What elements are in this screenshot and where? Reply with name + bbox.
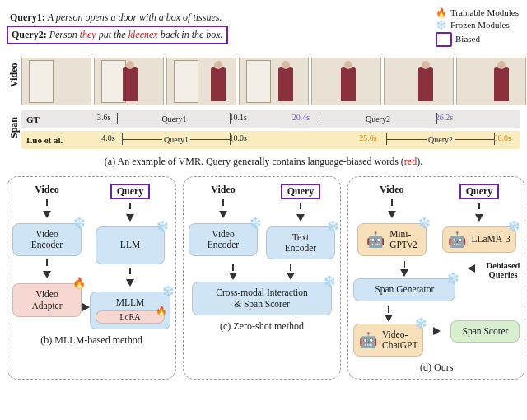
bias-chip-icon <box>436 32 452 47</box>
snow-icon: ❄️ <box>323 276 336 287</box>
luo-q2-start: 25.0s <box>359 133 376 142</box>
gt-row: GT 3.6s Query1 10.1s 20.4s Query2 26.2s <box>21 110 520 128</box>
box-llm: ❄️ LLM <box>96 226 165 264</box>
panel-d: Video ❄️ 🤖 Mini- GPTv2 Query ❄️ 🤖 LLaMA-… <box>347 176 525 380</box>
gt-q1-end: 10.1s <box>230 113 247 122</box>
legend: 🔥 Trainable Modules ❄️ Frozen Modules Bi… <box>436 7 519 47</box>
arrow-right-icon <box>433 327 441 335</box>
frame <box>311 58 381 105</box>
frame <box>456 58 526 105</box>
arrow-down-icon <box>126 214 134 222</box>
query2: Query2: Person they put the kleenex back… <box>7 26 228 44</box>
box-span-scorer: Span Scorer <box>450 320 520 343</box>
caption-d: (d) Ours <box>353 362 520 374</box>
span-area: GT 3.6s Query1 10.1s 20.4s Query2 26.2s … <box>21 110 520 149</box>
box-mllm: ❄️ MLLM LoRA 🔥 <box>90 292 170 329</box>
luo-q2-end: 30.0s <box>494 133 511 142</box>
arrow-down-icon <box>475 214 483 222</box>
snow-icon: ❄️ <box>156 221 169 231</box>
box-lora: LoRA 🔥 <box>96 310 165 324</box>
label-query: Query <box>110 184 151 199</box>
snow-icon: ❄️ <box>72 217 86 228</box>
gt-q2-seg: Query2 <box>319 113 436 124</box>
caption-a: (a) An example of VMR. Query generally c… <box>7 156 520 168</box>
box-cmi-span: ❄️ Cross-modal Interaction & Span Scorer <box>192 282 333 315</box>
gt-timeline: 3.6s Query1 10.1s 20.4s Query2 26.2s <box>72 110 520 128</box>
luo-q1-start: 4.0s <box>101 133 114 142</box>
luo-q1-end: 10.0s <box>230 133 247 142</box>
gt-q1-seg: Query1 <box>117 113 231 124</box>
fire-icon: 🔥 <box>156 306 167 315</box>
b-col-video: Video ❄️ Video Encoder 🔥 Video Adapter <box>12 184 82 317</box>
span-side-label: Span <box>7 105 21 149</box>
legend-biased-label: Biased <box>455 33 480 45</box>
robot-icon: 🤖 <box>359 333 377 348</box>
legend-frozen: ❄️ Frozen Modules <box>436 19 519 31</box>
query2-label: Query2: <box>12 29 47 40</box>
snow-icon: ❄️ <box>326 221 339 231</box>
fire-icon: 🔥 <box>72 278 86 288</box>
arrow-down-icon <box>43 211 51 218</box>
snow-icon: ❄️ <box>446 273 459 283</box>
arrow-right-icon <box>82 303 90 311</box>
d-col-query: Query ❄️ 🤖 LLaMA-3 <box>442 184 515 253</box>
gt-q2-end: 26.2s <box>436 113 453 122</box>
luo-row: Luo et al. 4.0s Query1 10.0s 25.0s Query… <box>21 131 520 149</box>
query1-text: A person opens a door with a box of tiss… <box>48 12 222 23</box>
label-video: Video <box>35 184 59 196</box>
fire-icon: 🔥 <box>436 7 447 19</box>
query1-label: Query1: <box>10 12 45 23</box>
arrow-down-icon <box>287 273 295 280</box>
arrow-left-icon <box>468 264 475 273</box>
luo-q1-seg: Query1 <box>122 133 231 145</box>
snow-icon: ❄️ <box>417 217 431 228</box>
legend-frozen-label: Frozen Modules <box>450 19 510 31</box>
c-col-query: Query ❄️ Text Encoder <box>266 184 335 259</box>
arrow-down-icon <box>388 211 396 218</box>
box-span-generator: ❄️ Span Generator <box>353 278 455 301</box>
snow-icon: ❄️ <box>249 217 262 228</box>
d-col-video: Video ❄️ 🤖 Mini- GPTv2 <box>357 184 427 256</box>
legend-trainable-label: Trainable Modules <box>450 7 519 19</box>
luo-timeline: 4.0s Query1 10.0s 25.0s Query2 30.0s <box>72 131 520 149</box>
arrow-down-icon <box>229 273 237 280</box>
arrow-down-icon <box>400 269 408 277</box>
label-video: Video <box>380 184 404 196</box>
box-text-encoder: ❄️ Text Encoder <box>266 226 335 259</box>
panel-b: Video ❄️ Video Encoder 🔥 Video Adapter Q… <box>7 176 176 380</box>
b-col-query: Query ❄️ LLM ❄️ MLLM LoRA 🔥 <box>90 184 170 329</box>
frame <box>239 58 309 105</box>
box-minigpt: ❄️ 🤖 Mini- GPTv2 <box>357 223 427 256</box>
box-video-encoder: ❄️ Video Encoder <box>189 223 258 256</box>
box-video-chatgpt: ❄️ 🤖 Video- ChatGPT <box>353 324 423 357</box>
box-llama: ❄️ 🤖 LLaMA-3 <box>442 226 515 253</box>
label-video: Video <box>211 184 236 196</box>
arrow-down-icon <box>43 271 51 278</box>
frame <box>166 58 236 105</box>
arrow-down-icon <box>219 211 227 218</box>
box-video-adapter: 🔥 Video Adapter <box>12 283 82 316</box>
caption-b: (b) MLLM-based method <box>12 334 170 347</box>
panel-c: Video ❄️ Video Encoder Query ❄️ Text Enc… <box>183 176 341 380</box>
arrow-down-icon <box>296 214 305 222</box>
arrow-down-icon <box>126 279 134 287</box>
arrow-down-icon <box>385 315 393 322</box>
frame <box>94 58 164 105</box>
snow-icon: ❄️ <box>414 318 427 329</box>
luo-label: Luo et al. <box>21 135 72 145</box>
snow-icon: ❄️ <box>161 286 175 296</box>
query1: Query1: A person opens a door with a box… <box>7 10 352 26</box>
c-col-video: Video ❄️ Video Encoder <box>189 184 258 256</box>
legend-trainable: 🔥 Trainable Modules <box>436 7 519 19</box>
frame <box>384 58 454 105</box>
luo-q2-seg: Query2 <box>386 133 496 145</box>
robot-icon: 🤖 <box>366 232 385 247</box>
label-query: Query <box>459 184 500 199</box>
video-frames <box>21 58 526 105</box>
legend-biased: Biased <box>436 32 519 47</box>
frame <box>21 58 91 105</box>
gt-q2-start: 20.4s <box>292 113 310 122</box>
label-query: Query <box>281 184 321 199</box>
snow-icon: ❄️ <box>436 19 447 31</box>
video-side-label: Video <box>7 44 21 105</box>
